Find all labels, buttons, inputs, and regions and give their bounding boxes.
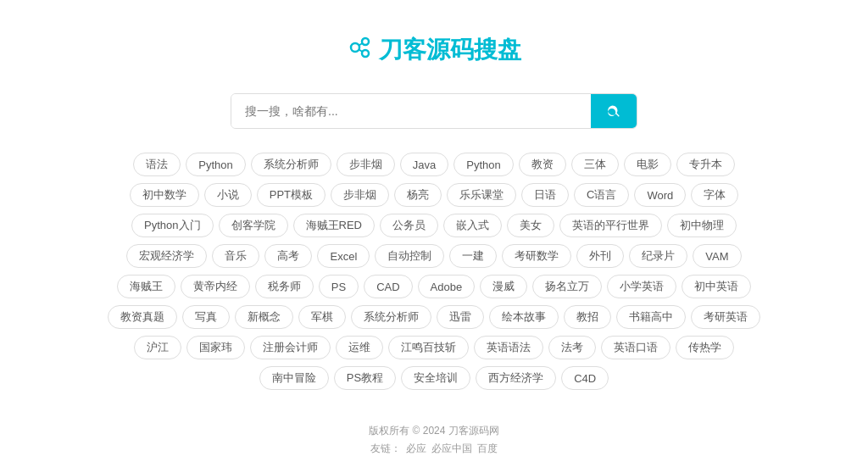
tag-item[interactable]: 小学英语	[607, 275, 676, 298]
tag-item[interactable]: 黄帝内经	[181, 275, 250, 298]
tag-item[interactable]: 初中数学	[130, 183, 199, 207]
tag-item[interactable]: 系统分析师	[251, 153, 331, 176]
tag-item[interactable]: 书籍高中	[616, 305, 686, 329]
tag-item[interactable]: 写真	[182, 305, 230, 329]
footer-links: 友链： 必应 必应中国 百度	[369, 442, 499, 456]
tag-item[interactable]: 绘本故事	[489, 305, 559, 329]
tag-item[interactable]: 教招	[564, 305, 611, 329]
tag-item[interactable]: 税务师	[255, 275, 314, 298]
tag-item[interactable]: 初中物理	[667, 214, 737, 237]
tag-item[interactable]: Excel	[317, 244, 370, 268]
tag-item[interactable]: 英语的平行世界	[559, 214, 662, 237]
tag-item[interactable]: Python	[453, 153, 513, 176]
tag-item[interactable]: 海贼王RED	[293, 214, 375, 237]
search-bar	[231, 93, 637, 129]
tag-item[interactable]: 美女	[507, 214, 554, 237]
tag-item[interactable]: 西方经济学	[476, 366, 556, 390]
svg-point-0	[351, 43, 359, 52]
tag-item[interactable]: 国家玮	[186, 336, 245, 359]
footer: 版权所有 © 2024 刀客源码网 友链： 必应 必应中国 百度	[369, 424, 499, 456]
footer-links-label: 友链：	[370, 442, 401, 456]
tag-item[interactable]: 漫威	[480, 275, 527, 298]
tag-item[interactable]: Adobe	[418, 275, 476, 298]
tag-item[interactable]: 教资真题	[108, 305, 177, 329]
tags-area: 语法Python系统分析师步非烟JavaPython教资三体电影专升本初中数学小…	[103, 153, 765, 390]
tag-item[interactable]: 军棋	[298, 305, 346, 329]
tag-item[interactable]: PS	[319, 275, 359, 298]
tag-item[interactable]: 注册会计师	[250, 336, 331, 359]
logo-title: 刀客源码搜盘	[379, 34, 521, 66]
tag-item[interactable]: VAM	[693, 244, 741, 268]
tag-item[interactable]: 小说	[204, 183, 252, 207]
tag-item[interactable]: 公务员	[380, 214, 438, 237]
tag-item[interactable]: 步非烟	[331, 183, 389, 207]
tag-item[interactable]: 考研英语	[691, 305, 760, 329]
tag-item[interactable]: 自动控制	[375, 244, 444, 268]
tag-item[interactable]: 沪江	[134, 336, 181, 359]
tag-item[interactable]: 考研数学	[502, 244, 571, 268]
footer-link-bingcn[interactable]: 必应	[406, 442, 426, 456]
tag-item[interactable]: 专升本	[676, 153, 735, 176]
tag-item[interactable]: 语法	[133, 153, 181, 176]
tag-item[interactable]: PS教程	[334, 366, 396, 390]
tag-item[interactable]: 海贼王	[117, 275, 175, 298]
tag-item[interactable]: 杨亮	[394, 183, 442, 207]
tag-item[interactable]: 步非烟	[337, 153, 395, 176]
tag-item[interactable]: Python入门	[131, 214, 213, 237]
tag-item[interactable]: 电影	[624, 153, 671, 176]
tag-item[interactable]: Python	[186, 153, 245, 176]
tag-item[interactable]: 纪录片	[629, 244, 687, 268]
tag-item[interactable]: 系统分析师	[351, 305, 431, 329]
footer-link-bingchina[interactable]: 必应中国	[431, 442, 472, 456]
tag-item[interactable]: 英语口语	[601, 336, 670, 359]
tag-item[interactable]: 初中英语	[682, 275, 751, 298]
tag-item[interactable]: 江鸣百技斩	[388, 336, 469, 359]
tag-item[interactable]: 安全培训	[401, 366, 470, 390]
svg-line-4	[359, 49, 363, 52]
svg-line-3	[359, 43, 363, 46]
logo-icon	[347, 35, 372, 66]
tag-item[interactable]: 法考	[548, 336, 596, 359]
tag-item[interactable]: Word	[634, 183, 686, 207]
tag-item[interactable]: 南中冒险	[259, 366, 329, 390]
svg-point-2	[362, 50, 369, 57]
tag-item[interactable]: 扬名立万	[532, 275, 602, 298]
copyright: 版权所有 © 2024 刀客源码网	[369, 424, 499, 438]
tag-item[interactable]: 字体	[691, 183, 738, 207]
svg-point-1	[362, 38, 369, 45]
tag-item[interactable]: 日语	[521, 183, 569, 207]
logo-area: 刀客源码搜盘	[347, 34, 521, 66]
tag-item[interactable]: 三体	[571, 153, 619, 176]
tag-item[interactable]: Java	[400, 153, 448, 176]
tag-item[interactable]: 高考	[264, 244, 312, 268]
tag-item[interactable]: 外刊	[576, 244, 624, 268]
tag-item[interactable]: 一建	[449, 244, 497, 268]
search-icon	[606, 103, 621, 119]
tag-item[interactable]: 英语语法	[474, 336, 543, 359]
tag-item[interactable]: 新概念	[235, 305, 293, 329]
tag-item[interactable]: 运维	[336, 336, 383, 359]
tag-item[interactable]: C语言	[574, 183, 629, 207]
tag-item[interactable]: 宏观经济学	[126, 244, 207, 268]
tag-item[interactable]: 嵌入式	[443, 214, 502, 237]
footer-link-baidu[interactable]: 百度	[477, 442, 498, 456]
tag-item[interactable]: C4D	[561, 366, 609, 390]
tag-item[interactable]: CAD	[364, 275, 412, 298]
tag-item[interactable]: 教资	[519, 153, 566, 176]
tag-item[interactable]: 乐乐课堂	[447, 183, 516, 207]
search-button[interactable]	[591, 94, 637, 128]
tag-item[interactable]: 传热学	[676, 336, 734, 359]
tag-item[interactable]: PPT模板	[257, 183, 326, 207]
tag-item[interactable]: 音乐	[212, 244, 259, 268]
tag-item[interactable]: 迅雷	[437, 305, 484, 329]
search-input[interactable]	[231, 94, 591, 128]
tag-item[interactable]: 创客学院	[219, 214, 288, 237]
